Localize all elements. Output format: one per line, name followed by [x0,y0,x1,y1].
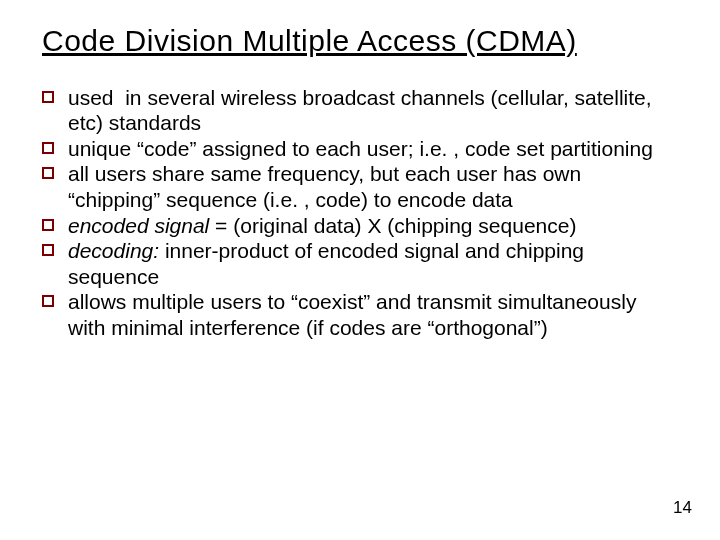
bullet-text: all users share same frequency, but each… [68,162,581,211]
bullet-text: allows multiple users to “coexist” and t… [68,290,636,339]
list-item: unique “code” assigned to each user; i.e… [42,136,678,162]
bullet-em: encoded signal [68,214,209,237]
list-item: decoding: inner-product of encoded signa… [42,238,678,289]
list-item: encoded signal = (original data) X (chip… [42,213,678,239]
list-item: used in several wireless broadcast chann… [42,85,678,136]
bullet-list: used in several wireless broadcast chann… [42,85,678,341]
page-number: 14 [673,498,692,518]
bullet-text: used in several wireless broadcast chann… [68,86,652,135]
slide-title: Code Division Multiple Access (CDMA) [42,24,678,59]
bullet-em: decoding: [68,239,159,262]
slide: Code Division Multiple Access (CDMA) use… [0,0,720,540]
bullet-text: unique “code” assigned to each user; i.e… [68,137,653,160]
bullet-text-post: = (original data) X (chipping sequence) [209,214,576,237]
list-item: all users share same frequency, but each… [42,161,678,212]
list-item: allows multiple users to “coexist” and t… [42,289,678,340]
